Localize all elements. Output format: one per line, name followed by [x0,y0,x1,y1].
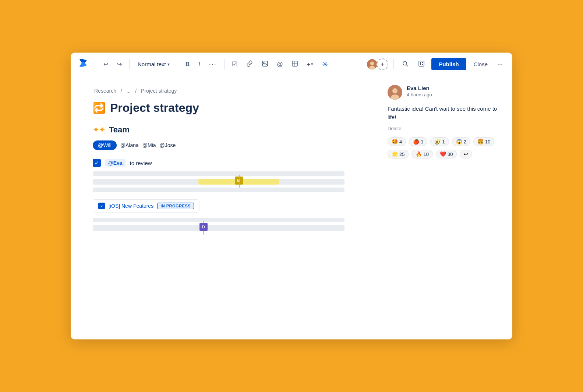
team-heading: ✦✦ Team [93,125,358,135]
ai-icon: ✳ [322,60,328,69]
member-jose[interactable]: @Jose [160,140,176,150]
mention-button[interactable]: @ [274,59,286,70]
reaction-star[interactable]: 🌟 25 [388,150,409,158]
task-assignee-eva[interactable]: @Eva [105,159,126,167]
reaction-count-fire: 10 [423,152,428,157]
content-area: Research / ... / Project strategy 🔁 Proj… [71,76,512,339]
reaction-count-heart: 30 [448,152,453,157]
reaction-emoji-fire: 🔥 [416,151,422,157]
image-icon [262,60,268,68]
app-logo[interactable] [78,58,88,71]
task-item-checkbox[interactable]: ✓ [98,203,105,209]
page-icon: 🔁 [93,102,106,114]
member-mia[interactable]: @Mia [142,140,156,150]
breadcrumb-sep-2: / [135,88,138,94]
svg-rect-13 [422,64,423,65]
reaction-tomato[interactable]: 🍎 1 [409,137,427,146]
gantt-cursor [239,175,240,188]
template-button[interactable] [415,58,428,70]
publish-button[interactable]: Publish [431,58,466,70]
member-alana[interactable]: @Alana [120,140,139,150]
divider-4 [224,59,225,70]
search-icon [402,60,409,68]
commenter-name: Eva Lien [407,85,432,91]
page-title[interactable]: Project strategy [110,101,199,115]
checklist-icon: ☑ [232,60,237,68]
image-button[interactable] [259,58,271,70]
reaction-count-sparkle: 4 [399,139,402,145]
checklist-button[interactable]: ☑ [229,58,240,70]
add-chevron-icon: ▾ [311,62,313,67]
team-members: @Will @Alana @Mia @Jose [93,140,358,150]
editor-window: ↩ ↪ Normal text ▾ B I ··· ☑ [71,53,512,339]
toolbar-right: + Publish Close ··· [366,58,505,70]
ai-button[interactable]: ✳ [319,58,331,71]
gantt-row-3 [93,188,344,192]
editor-area[interactable]: Research / ... / Project strategy 🔁 Proj… [71,76,380,339]
gantt-chart-2: D [93,218,358,231]
breadcrumb-item-research[interactable]: Research [94,88,116,94]
divider-3 [178,59,178,70]
reaction-count-tomato: 1 [421,139,423,145]
divider-1 [96,59,96,70]
reaction-sparkle[interactable]: 🤩 4 [388,137,406,146]
sparkle-icon: ✦✦ [93,125,105,134]
table-button[interactable] [289,58,301,70]
in-progress-badge: IN PROGRESS [157,203,194,209]
reaction-count-star: 25 [399,152,404,157]
member-will[interactable]: @Will [93,140,117,150]
svg-point-15 [392,88,398,93]
task-action-eva: to review [130,160,152,166]
reaction-emoji-burger: 🍔 [477,139,484,145]
gantt-row-5: D [93,225,344,231]
undo-button[interactable]: ↩ [100,58,111,70]
comment-text: Fantastic idea! Can't wait to see this c… [388,105,505,121]
reaction-avocado[interactable]: 🥑 1 [430,137,449,146]
svg-rect-11 [420,62,421,65]
page-title-row: 🔁 Project strategy [93,101,358,115]
chevron-down-icon: ▾ [167,62,170,67]
task-item-label[interactable]: [iOS] New Features [109,203,153,209]
more-options-button[interactable]: ··· [495,58,505,70]
link-icon [246,60,253,68]
close-button[interactable]: Close [470,59,491,70]
divider-2 [129,59,130,70]
reaction-shocked[interactable]: 😱 2 [452,137,470,146]
reaction-fire[interactable]: 🔥 10 [411,150,432,158]
reaction-count-burger: 10 [485,139,490,145]
redo-icon: ↪ [117,61,122,68]
bold-button[interactable]: B [183,59,193,70]
breadcrumb: Research / ... / Project strategy [93,88,358,94]
reaction-count-shocked: 2 [464,139,466,145]
reactions-row-1: 🤩 4 🍎 1 🥑 1 😱 2 🍔 10 [388,137,505,146]
gantt-row-1 [93,171,344,176]
divider-5 [393,59,394,70]
reaction-burger[interactable]: 🍔 10 [473,137,494,146]
reply-icon: ↩ [464,151,468,157]
team-heading-text: Team [109,125,130,135]
comment-delete-button[interactable]: Delete [388,126,505,131]
text-style-dropdown[interactable]: Normal text ▾ [134,59,173,70]
task-item-ios[interactable]: ✓ [iOS] New Features IN PROGRESS [93,199,199,213]
svg-rect-12 [422,62,423,63]
mention-icon: @ [277,61,283,68]
reaction-heart[interactable]: ❤️ 30 [436,150,457,158]
reaction-reply[interactable]: ↩ [460,150,472,158]
redo-button[interactable]: ↪ [114,58,125,70]
undo-icon: ↩ [103,61,108,68]
reactions-row-2: 🌟 25 🔥 10 ❤️ 30 ↩ [388,150,505,158]
task-row-eva: ✓ @Eva to review [93,159,358,167]
reaction-emoji-star: 🌟 [392,151,398,157]
text-style-label: Normal text [138,61,166,67]
svg-line-9 [406,65,408,66]
italic-button[interactable]: I [195,59,203,70]
commenter-time: 4 hours ago [407,92,432,97]
link-button[interactable] [243,58,256,70]
breadcrumb-ellipsis[interactable]: ... [127,88,131,94]
add-collaborator-button[interactable]: + [377,58,388,70]
more-format-button[interactable]: ··· [206,58,220,70]
template-icon [418,60,425,68]
add-button[interactable]: + ▾ [304,59,316,70]
task-checkbox-eva[interactable]: ✓ [93,159,101,167]
search-button[interactable] [399,58,411,70]
